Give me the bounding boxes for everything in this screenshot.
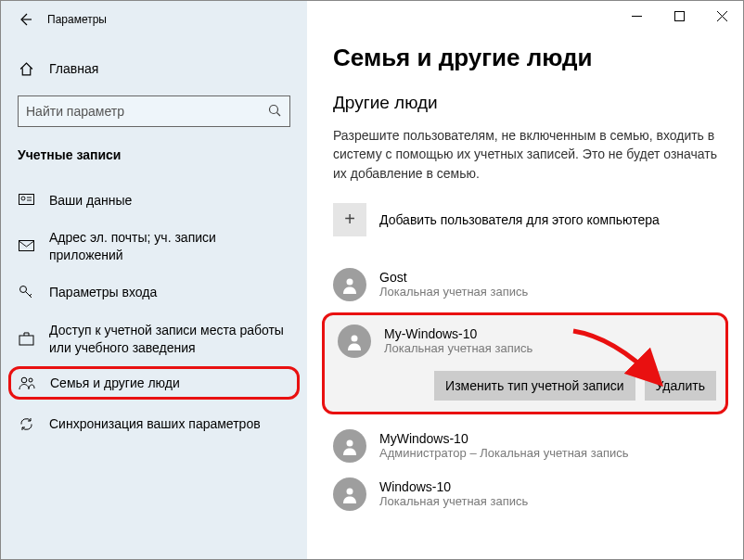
svg-point-12 [347, 488, 353, 494]
window-controls [615, 1, 743, 31]
id-card-icon [18, 192, 34, 209]
sync-icon [18, 416, 34, 433]
home-label: Главная [49, 61, 98, 76]
person-icon [340, 485, 359, 503]
user-role: Локальная учетная запись [379, 285, 528, 299]
close-button[interactable] [700, 1, 743, 31]
home-icon [18, 60, 34, 77]
titlebar: Параметры [1, 1, 307, 38]
svg-point-6 [21, 377, 27, 383]
user-role: Локальная учетная запись [384, 341, 532, 355]
minimize-button[interactable] [615, 1, 658, 31]
briefcase-icon [18, 331, 34, 348]
plus-icon: + [333, 203, 366, 236]
user-row-windows10[interactable]: Windows-10 Локальная учетная запись [333, 470, 717, 518]
sidebar-item-label: Доступ к учетной записи места работы или… [49, 322, 290, 357]
user-name: Windows-10 [379, 479, 528, 494]
user-row-mywindows10-admin[interactable]: MyWindows-10 Администратор – Локальная у… [333, 422, 717, 470]
mail-icon [18, 238, 34, 255]
svg-point-10 [352, 335, 358, 341]
page-subtitle: Другие люди [333, 93, 717, 113]
user-name: MyWindows-10 [379, 431, 628, 446]
people-icon [19, 375, 35, 391]
sidebar-item-family[interactable]: Семья и другие люди [8, 366, 300, 400]
sidebar-item-label: Семья и другие люди [50, 375, 180, 390]
svg-rect-3 [19, 241, 33, 251]
search-input[interactable] [26, 104, 267, 119]
sidebar-item-work-access[interactable]: Доступ к учетной записи места работы или… [1, 312, 307, 366]
main-panel: Семья и другие люди Другие люди Разрешит… [307, 1, 743, 559]
svg-point-7 [29, 378, 32, 382]
user-name: Gost [379, 270, 528, 285]
search-box[interactable] [18, 95, 290, 127]
sidebar: Параметры Главная Учетные записи Ваши да… [1, 1, 307, 559]
maximize-button[interactable] [658, 1, 700, 31]
page-title: Семья и другие люди [333, 44, 717, 72]
user-row-mywindows10[interactable]: My-Windows-10 Локальная учетная запись [334, 325, 716, 358]
svg-rect-5 [19, 336, 33, 345]
arrow-left-icon [18, 12, 32, 27]
avatar [333, 268, 366, 301]
svg-point-4 [19, 286, 26, 293]
change-account-type-button[interactable]: Изменить тип учетной записи [434, 371, 635, 401]
sidebar-item-label: Ваши данные [49, 192, 132, 210]
sidebar-item-signin[interactable]: Параметры входа [1, 274, 307, 312]
avatar [333, 477, 366, 511]
avatar [338, 325, 371, 358]
page-description: Разрешите пользователям, не включенным в… [333, 126, 717, 183]
person-icon [345, 332, 364, 350]
maximize-icon [674, 11, 685, 21]
sidebar-item-sync[interactable]: Синхронизация ваших параметров [1, 405, 307, 444]
key-icon [18, 285, 34, 301]
svg-point-2 [21, 197, 25, 200]
window-title: Параметры [47, 13, 107, 26]
person-icon [340, 437, 359, 455]
svg-point-9 [347, 278, 353, 285]
user-row-gost[interactable]: Gost Локальная учетная запись [333, 261, 717, 309]
remove-button[interactable]: Удалить [645, 371, 716, 401]
user-role: Локальная учетная запись [379, 494, 528, 508]
add-user-label: Добавить пользователя для этого компьюте… [379, 212, 660, 227]
close-icon [717, 11, 727, 21]
add-user-button[interactable]: + Добавить пользователя для этого компью… [333, 203, 717, 236]
back-button[interactable] [12, 6, 38, 32]
sidebar-item-your-info[interactable]: Ваши данные [1, 181, 307, 220]
sidebar-item-email[interactable]: Адрес эл. почты; уч. записи приложений [1, 220, 307, 274]
user-row-selected: My-Windows-10 Локальная учетная запись И… [322, 312, 728, 414]
sidebar-item-label: Параметры входа [49, 284, 157, 301]
sidebar-item-label: Адрес эл. почты; уч. записи приложений [49, 229, 290, 264]
sidebar-item-label: Синхронизация ваших параметров [49, 415, 261, 433]
avatar [333, 429, 366, 463]
person-icon [340, 275, 359, 294]
user-role: Администратор – Локальная учетная запись [379, 446, 628, 460]
user-name: My-Windows-10 [384, 326, 532, 341]
home-nav[interactable]: Главная [1, 51, 307, 86]
svg-point-11 [347, 439, 353, 446]
search-icon [267, 103, 282, 121]
section-header: Учетные записи [1, 144, 307, 181]
minimize-icon [632, 11, 642, 21]
svg-point-0 [270, 105, 278, 113]
svg-rect-8 [674, 11, 684, 20]
